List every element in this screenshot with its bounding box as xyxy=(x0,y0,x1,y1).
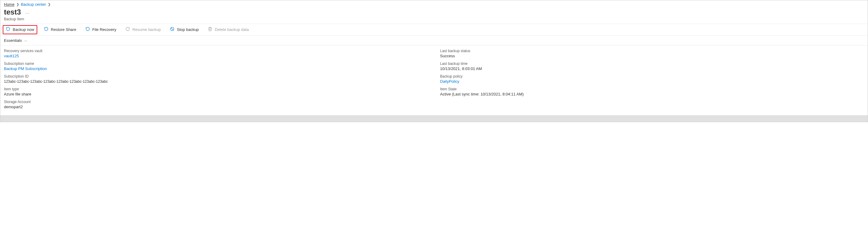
backup-policy-label: Backup policy xyxy=(440,74,864,79)
essentials-title: Essentials xyxy=(4,38,22,43)
chevron-up-icon: ︿ xyxy=(24,38,28,43)
more-actions-button[interactable]: ··· xyxy=(25,10,30,16)
file-recovery-icon xyxy=(85,27,90,33)
toolbar-label: Resume backup xyxy=(132,27,161,32)
stop-backup-button[interactable]: Stop backup xyxy=(167,26,201,34)
page-title: test3 xyxy=(4,8,21,17)
last-backup-status-value: Success xyxy=(440,53,864,59)
last-backup-time-value: 10/13/2021, 8:03:01 AM xyxy=(440,66,864,71)
page-subtitle: Backup Item xyxy=(0,17,868,24)
storage-account-value: demopart2 xyxy=(4,104,428,110)
restore-share-button[interactable]: Restore Share xyxy=(41,26,79,34)
item-state-label: Item State xyxy=(440,87,864,91)
subscription-name-label: Subscription name xyxy=(4,61,428,66)
last-backup-status-label: Last backup status xyxy=(440,49,864,53)
toolbar-label: Restore Share xyxy=(51,27,76,32)
file-recovery-button[interactable]: File Recovery xyxy=(83,26,119,34)
delete-backup-button: Delete backup data xyxy=(205,26,251,34)
stop-icon xyxy=(170,27,175,33)
subscription-id-value: 123abc-123abc-123abc-123abc-123abc-123ab… xyxy=(4,79,428,84)
vault-label: Recovery services vault xyxy=(4,49,428,53)
backup-now-icon xyxy=(6,27,10,33)
subscription-id-label: Subscription ID xyxy=(4,74,428,79)
item-type-label: Item type xyxy=(4,87,428,91)
footer-bar xyxy=(0,115,868,122)
breadcrumb: Home ❯ Backup center ❯ xyxy=(0,0,868,7)
breadcrumb-backup-center[interactable]: Backup center xyxy=(21,2,46,7)
toolbar-label: Stop backup xyxy=(177,27,199,32)
chevron-right-icon: ❯ xyxy=(48,2,51,6)
item-state-value: Active (Last sync time: 10/13/2021, 8:04… xyxy=(440,91,864,97)
essentials-panel: Recovery services vault vault125 Subscri… xyxy=(0,46,868,115)
subscription-name-link[interactable]: Backup PM Subscription xyxy=(4,66,428,71)
backup-now-button[interactable]: Backup now xyxy=(3,25,37,34)
breadcrumb-home[interactable]: Home xyxy=(4,2,14,7)
toolbar-label: Backup now xyxy=(13,27,34,32)
toolbar: Backup now Restore Share File Recovery xyxy=(0,24,868,36)
vault-link[interactable]: vault125 xyxy=(4,53,428,59)
essentials-toggle[interactable]: Essentials ︿ xyxy=(0,36,868,46)
resume-backup-button: Resume backup xyxy=(123,26,163,34)
restore-icon xyxy=(44,27,49,33)
svg-line-1 xyxy=(171,28,174,30)
item-type-value: Azure file share xyxy=(4,91,428,97)
backup-policy-link[interactable]: DailyPolicy xyxy=(440,79,864,84)
resume-icon xyxy=(125,27,130,33)
trash-icon xyxy=(208,27,212,33)
storage-account-label: Storage Account xyxy=(4,99,428,104)
toolbar-label: Delete backup data xyxy=(215,27,249,32)
chevron-right-icon: ❯ xyxy=(17,2,19,6)
last-backup-time-label: Last backup time xyxy=(440,61,864,66)
toolbar-label: File Recovery xyxy=(92,27,116,32)
